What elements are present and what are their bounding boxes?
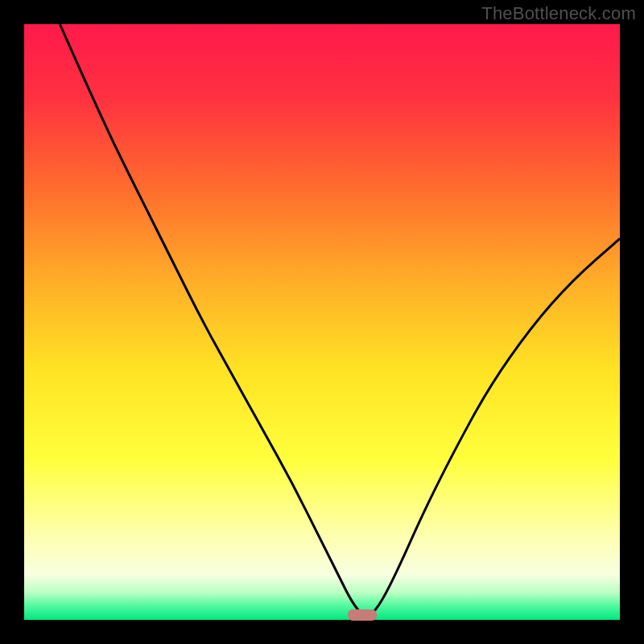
bottleneck-marker bbox=[348, 609, 377, 621]
chart-stage: TheBottleneck.com bbox=[0, 0, 644, 644]
watermark-text: TheBottleneck.com bbox=[481, 3, 636, 24]
bottleneck-plot bbox=[0, 0, 644, 644]
plot-background bbox=[24, 24, 620, 620]
